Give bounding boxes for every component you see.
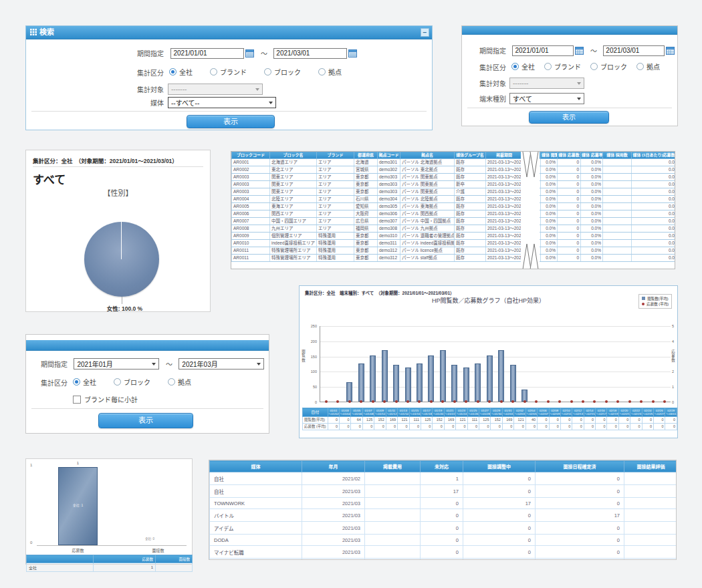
- radio-label: ブロック: [124, 377, 150, 387]
- device-select[interactable]: すべて: [509, 93, 584, 104]
- radio-circle[interactable]: [73, 378, 80, 386]
- block-table-cell: 2021-03-13～2022-03-12: [486, 239, 523, 247]
- block-table-cell: 0.0%: [541, 225, 558, 232]
- period-to-input[interactable]: 2021/03/01: [603, 45, 665, 56]
- radio-option[interactable]: 拠点: [636, 61, 660, 71]
- media-table-panel: 媒体年月掲載費用未対応面接調整中面接日程確定済面接結果評価自社2021/0210…: [209, 460, 677, 560]
- radio-circle[interactable]: [168, 378, 175, 386]
- date-range-header: 02/04～02/05: [525, 408, 537, 417]
- media-table-cell: 0: [463, 472, 536, 485]
- radio-circle[interactable]: [210, 68, 217, 76]
- category-label-interviews: 面接数: [138, 547, 178, 553]
- radio-option[interactable]: 全社: [511, 61, 535, 71]
- radio-option[interactable]: ブランド: [210, 67, 247, 77]
- chevron-down-icon: [257, 363, 261, 365]
- radio-option[interactable]: ブランド: [544, 61, 581, 71]
- block-table-cell: AR0008: [232, 225, 270, 232]
- block-table-cell: 0.0%: [581, 195, 603, 202]
- target-select[interactable]: -------: [168, 84, 263, 95]
- date-range-header: 02/20～02/21: [618, 408, 630, 417]
- calendar-icon[interactable]: [348, 49, 357, 57]
- media-table-cell: 0: [421, 522, 463, 535]
- radio-circle[interactable]: [636, 63, 644, 70]
- block-table-cell: demo310: [378, 232, 400, 239]
- minimize-button[interactable]: −: [421, 28, 429, 37]
- date-range-header: 01/01～01/02: [328, 408, 339, 417]
- show-button[interactable]: 表示: [187, 115, 275, 128]
- gridline: [320, 326, 671, 327]
- radio-option[interactable]: ブロック: [114, 377, 150, 387]
- radio-option[interactable]: 拠点: [318, 67, 342, 77]
- block-table-row: AR0003関東エリアエリア東京都demo303パーソル 関東拠点新卒2021-…: [232, 180, 676, 188]
- hp-value-cell: 125: [362, 417, 374, 424]
- media-table: 媒体年月掲載費用未対応面接調整中面接日程確定済面接結果評価自社2021/0210…: [209, 460, 677, 560]
- chevron-down-icon: [269, 102, 273, 104]
- right-axis-tick: 5: [672, 324, 680, 328]
- right-axis-tick: 4: [672, 339, 680, 343]
- period-from-input[interactable]: 2021/01/01: [512, 45, 574, 56]
- date-range-header: 02/02～02/03: [514, 408, 525, 417]
- block-table-cell: 0: [558, 188, 581, 195]
- radio-circle[interactable]: [318, 68, 326, 76]
- block-table-cell: 0.0%: [541, 158, 558, 166]
- views-bar: [358, 363, 364, 402]
- block-table-row: AR0003関東エリアエリア東京都demo303パーソル 関東拠点介護2021-…: [232, 188, 676, 195]
- radio-option[interactable]: 全社: [169, 67, 193, 77]
- media-table-cell: 2021/03: [302, 498, 365, 509]
- device-row: 端末種別すべて: [474, 92, 584, 104]
- radio-option[interactable]: 拠点: [168, 377, 191, 387]
- radio-option[interactable]: ブロック: [264, 67, 301, 77]
- block-table-cell: [603, 173, 632, 180]
- radio-circle[interactable]: [511, 63, 519, 70]
- period-to-select[interactable]: 2021年03月: [179, 358, 264, 370]
- hp-value-cell: 0: [351, 424, 362, 430]
- block-table-cell: 0: [558, 232, 581, 239]
- block-table-cell: エリア: [317, 195, 354, 202]
- media-select[interactable]: --すべて--: [168, 97, 276, 108]
- period-from-input[interactable]: 2021/01/01: [170, 48, 244, 59]
- brand-subtotal-checkbox[interactable]: [73, 396, 81, 404]
- block-table-cell: 0.0%: [541, 232, 558, 239]
- block-table-cell: 0.0%: [581, 232, 603, 239]
- block-table-cell: パーソル 関東拠点: [400, 188, 455, 195]
- radio-circle[interactable]: [169, 68, 177, 76]
- legend-dot-swatch: [642, 303, 645, 305]
- block-table-cell: AR0003: [232, 173, 270, 180]
- show-button[interactable]: 表示: [98, 413, 193, 428]
- block-table-cell: demo308: [378, 225, 400, 232]
- media-table-header: 掲載費用: [365, 461, 421, 472]
- period-to-input[interactable]: 2021/03/01: [273, 48, 347, 59]
- period-from-select[interactable]: 2021年01月: [74, 358, 159, 370]
- block-table-cell: 特殊管理場所エリア: [270, 254, 317, 261]
- radio-circle[interactable]: [264, 68, 271, 76]
- calendar-icon[interactable]: [245, 49, 254, 57]
- block-table-cell: 2021-03-13～2022-03-12: [486, 247, 523, 254]
- block-table-header: ブロック名: [270, 152, 317, 159]
- media-table-cell: [624, 472, 677, 485]
- radio-option[interactable]: 全社: [73, 377, 96, 387]
- block-table-cell: エリア: [317, 217, 354, 225]
- summary-row: 全社 1: [27, 563, 193, 572]
- calendar-icon[interactable]: [575, 46, 584, 55]
- block-table-cell: 0.0%: [541, 166, 558, 173]
- radio-circle[interactable]: [544, 63, 552, 70]
- date-range-header: 01/13～01/14: [398, 408, 409, 417]
- period-tilde: ～: [590, 47, 597, 55]
- target-select[interactable]: -------: [509, 78, 584, 89]
- radio-circle[interactable]: [114, 378, 121, 386]
- show-button[interactable]: 表示: [529, 111, 609, 124]
- block-table-cell: indeed直接投稿エリア: [270, 239, 317, 247]
- media-table-cell: [624, 509, 677, 522]
- block-table-cell: 0.0%: [541, 188, 558, 195]
- media-table-cell: DODA: [210, 535, 302, 546]
- hp-table-row: 応募数 (平均)000000000000000000000000000000: [303, 424, 677, 430]
- block-table-header: 媒体 閲覧率: [541, 152, 558, 159]
- calendar-icon[interactable]: [666, 46, 675, 55]
- block-table-cell: 0.0%: [541, 217, 558, 225]
- media-table-row: 自社2021/031700: [210, 485, 677, 498]
- radio-circle[interactable]: [590, 63, 598, 70]
- applications-dot: [582, 400, 584, 403]
- hp-value-cell: 40: [525, 417, 537, 424]
- views-bar: [428, 355, 434, 402]
- radio-option[interactable]: ブロック: [590, 61, 627, 71]
